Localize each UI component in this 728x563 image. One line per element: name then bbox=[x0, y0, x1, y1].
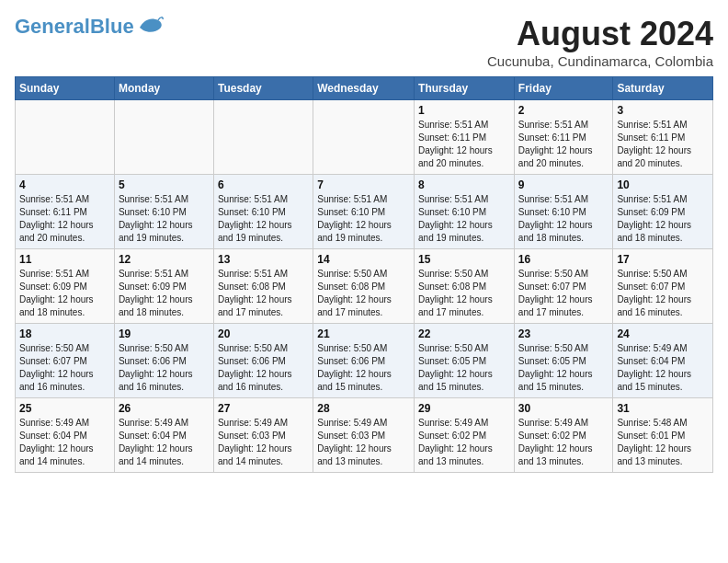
calendar-cell: 9Sunrise: 5:51 AM Sunset: 6:10 PM Daylig… bbox=[514, 175, 613, 249]
day-info: Sunrise: 5:51 AM Sunset: 6:10 PM Dayligh… bbox=[418, 193, 510, 245]
calendar-cell: 31Sunrise: 5:48 AM Sunset: 6:01 PM Dayli… bbox=[613, 398, 713, 473]
day-number: 7 bbox=[317, 178, 410, 191]
calendar-cell: 20Sunrise: 5:50 AM Sunset: 6:06 PM Dayli… bbox=[213, 324, 313, 398]
day-number: 5 bbox=[119, 178, 210, 191]
calendar-week-row: 1Sunrise: 5:51 AM Sunset: 6:11 PM Daylig… bbox=[16, 100, 713, 175]
day-number: 22 bbox=[418, 327, 510, 340]
calendar-cell: 1Sunrise: 5:51 AM Sunset: 6:11 PM Daylig… bbox=[415, 100, 515, 175]
day-number: 23 bbox=[518, 327, 609, 340]
calendar-cell: 26Sunrise: 5:49 AM Sunset: 6:04 PM Dayli… bbox=[114, 398, 213, 473]
day-info: Sunrise: 5:49 AM Sunset: 6:04 PM Dayligh… bbox=[617, 342, 709, 394]
day-number: 1 bbox=[418, 104, 510, 117]
day-header-friday: Friday bbox=[514, 77, 613, 100]
calendar-week-row: 4Sunrise: 5:51 AM Sunset: 6:11 PM Daylig… bbox=[16, 175, 713, 249]
day-info: Sunrise: 5:49 AM Sunset: 6:02 PM Dayligh… bbox=[418, 417, 510, 468]
calendar-cell: 23Sunrise: 5:50 AM Sunset: 6:05 PM Dayli… bbox=[514, 324, 613, 398]
day-info: Sunrise: 5:49 AM Sunset: 6:04 PM Dayligh… bbox=[19, 417, 110, 468]
day-number: 15 bbox=[418, 253, 510, 266]
day-number: 24 bbox=[617, 327, 709, 340]
day-number: 11 bbox=[19, 253, 110, 266]
calendar-cell: 28Sunrise: 5:49 AM Sunset: 6:03 PM Dayli… bbox=[313, 398, 415, 473]
day-info: Sunrise: 5:50 AM Sunset: 6:07 PM Dayligh… bbox=[19, 342, 110, 394]
calendar-cell: 27Sunrise: 5:49 AM Sunset: 6:03 PM Dayli… bbox=[213, 398, 313, 473]
day-number: 27 bbox=[218, 402, 309, 415]
calendar-cell: 12Sunrise: 5:51 AM Sunset: 6:09 PM Dayli… bbox=[114, 249, 213, 324]
day-number: 12 bbox=[119, 253, 210, 266]
calendar-week-row: 11Sunrise: 5:51 AM Sunset: 6:09 PM Dayli… bbox=[16, 249, 713, 324]
calendar-cell bbox=[313, 100, 415, 175]
day-header-sunday: Sunday bbox=[16, 77, 115, 100]
calendar-cell bbox=[16, 100, 115, 175]
calendar-cell: 10Sunrise: 5:51 AM Sunset: 6:09 PM Dayli… bbox=[613, 175, 713, 249]
calendar-cell: 18Sunrise: 5:50 AM Sunset: 6:07 PM Dayli… bbox=[16, 324, 115, 398]
calendar-cell: 14Sunrise: 5:50 AM Sunset: 6:08 PM Dayli… bbox=[313, 249, 415, 324]
day-info: Sunrise: 5:51 AM Sunset: 6:09 PM Dayligh… bbox=[617, 193, 709, 245]
day-number: 25 bbox=[19, 402, 110, 415]
day-number: 21 bbox=[317, 327, 410, 340]
day-info: Sunrise: 5:50 AM Sunset: 6:08 PM Dayligh… bbox=[418, 268, 510, 319]
day-info: Sunrise: 5:51 AM Sunset: 6:10 PM Dayligh… bbox=[119, 193, 210, 245]
day-number: 4 bbox=[19, 178, 110, 191]
logo-text: GeneralBlue bbox=[15, 16, 134, 38]
day-info: Sunrise: 5:51 AM Sunset: 6:11 PM Dayligh… bbox=[617, 119, 709, 170]
day-info: Sunrise: 5:51 AM Sunset: 6:10 PM Dayligh… bbox=[317, 193, 410, 245]
day-info: Sunrise: 5:49 AM Sunset: 6:02 PM Dayligh… bbox=[518, 417, 609, 468]
day-info: Sunrise: 5:50 AM Sunset: 6:07 PM Dayligh… bbox=[617, 268, 709, 319]
day-number: 31 bbox=[617, 402, 709, 415]
location: Cucunuba, Cundinamarca, Colombia bbox=[487, 53, 713, 69]
day-info: Sunrise: 5:50 AM Sunset: 6:07 PM Dayligh… bbox=[518, 268, 609, 319]
calendar-table: SundayMondayTuesdayWednesdayThursdayFrid… bbox=[15, 76, 713, 473]
calendar-cell: 29Sunrise: 5:49 AM Sunset: 6:02 PM Dayli… bbox=[415, 398, 515, 473]
day-number: 10 bbox=[617, 178, 709, 191]
calendar-cell: 30Sunrise: 5:49 AM Sunset: 6:02 PM Dayli… bbox=[514, 398, 613, 473]
day-info: Sunrise: 5:50 AM Sunset: 6:06 PM Dayligh… bbox=[119, 342, 210, 394]
calendar-cell: 17Sunrise: 5:50 AM Sunset: 6:07 PM Dayli… bbox=[613, 249, 713, 324]
calendar-cell: 24Sunrise: 5:49 AM Sunset: 6:04 PM Dayli… bbox=[613, 324, 713, 398]
day-number: 8 bbox=[418, 178, 510, 191]
day-info: Sunrise: 5:49 AM Sunset: 6:04 PM Dayligh… bbox=[119, 417, 210, 468]
calendar-cell bbox=[213, 100, 313, 175]
month-year: August 2024 bbox=[487, 15, 713, 53]
calendar-cell bbox=[114, 100, 213, 175]
day-number: 2 bbox=[518, 104, 609, 117]
calendar-cell: 19Sunrise: 5:50 AM Sunset: 6:06 PM Dayli… bbox=[114, 324, 213, 398]
day-header-saturday: Saturday bbox=[613, 77, 713, 100]
day-info: Sunrise: 5:51 AM Sunset: 6:11 PM Dayligh… bbox=[19, 193, 110, 245]
calendar-cell: 2Sunrise: 5:51 AM Sunset: 6:11 PM Daylig… bbox=[514, 100, 613, 175]
day-number: 26 bbox=[119, 402, 210, 415]
day-number: 17 bbox=[617, 253, 709, 266]
day-info: Sunrise: 5:51 AM Sunset: 6:08 PM Dayligh… bbox=[218, 268, 309, 319]
calendar-header-row: SundayMondayTuesdayWednesdayThursdayFrid… bbox=[16, 77, 713, 100]
calendar-cell: 13Sunrise: 5:51 AM Sunset: 6:08 PM Dayli… bbox=[213, 249, 313, 324]
day-info: Sunrise: 5:49 AM Sunset: 6:03 PM Dayligh… bbox=[317, 417, 410, 468]
page-header: GeneralBlue August 2024 Cucunuba, Cundin… bbox=[15, 15, 713, 69]
day-info: Sunrise: 5:51 AM Sunset: 6:11 PM Dayligh… bbox=[418, 119, 510, 170]
calendar-cell: 15Sunrise: 5:50 AM Sunset: 6:08 PM Dayli… bbox=[415, 249, 515, 324]
day-header-wednesday: Wednesday bbox=[313, 77, 415, 100]
logo: GeneralBlue bbox=[15, 15, 164, 40]
logo-general: General bbox=[15, 15, 90, 38]
calendar-cell: 11Sunrise: 5:51 AM Sunset: 6:09 PM Dayli… bbox=[16, 249, 115, 324]
day-number: 29 bbox=[418, 402, 510, 415]
day-number: 9 bbox=[518, 178, 609, 191]
day-info: Sunrise: 5:51 AM Sunset: 6:10 PM Dayligh… bbox=[218, 193, 309, 245]
calendar-cell: 4Sunrise: 5:51 AM Sunset: 6:11 PM Daylig… bbox=[16, 175, 115, 249]
day-number: 30 bbox=[518, 402, 609, 415]
day-header-thursday: Thursday bbox=[415, 77, 515, 100]
day-number: 20 bbox=[218, 327, 309, 340]
calendar-cell: 6Sunrise: 5:51 AM Sunset: 6:10 PM Daylig… bbox=[213, 175, 313, 249]
calendar-week-row: 25Sunrise: 5:49 AM Sunset: 6:04 PM Dayli… bbox=[16, 398, 713, 473]
calendar-cell: 16Sunrise: 5:50 AM Sunset: 6:07 PM Dayli… bbox=[514, 249, 613, 324]
logo-bird-icon bbox=[138, 15, 164, 40]
calendar-week-row: 18Sunrise: 5:50 AM Sunset: 6:07 PM Dayli… bbox=[16, 324, 713, 398]
logo-blue: Blue bbox=[90, 15, 134, 38]
day-info: Sunrise: 5:51 AM Sunset: 6:10 PM Dayligh… bbox=[518, 193, 609, 245]
day-info: Sunrise: 5:50 AM Sunset: 6:05 PM Dayligh… bbox=[518, 342, 609, 394]
calendar-cell: 5Sunrise: 5:51 AM Sunset: 6:10 PM Daylig… bbox=[114, 175, 213, 249]
day-number: 19 bbox=[119, 327, 210, 340]
day-info: Sunrise: 5:51 AM Sunset: 6:09 PM Dayligh… bbox=[119, 268, 210, 319]
day-number: 13 bbox=[218, 253, 309, 266]
day-info: Sunrise: 5:50 AM Sunset: 6:06 PM Dayligh… bbox=[317, 342, 410, 394]
day-header-monday: Monday bbox=[114, 77, 213, 100]
day-info: Sunrise: 5:51 AM Sunset: 6:11 PM Dayligh… bbox=[518, 119, 609, 170]
